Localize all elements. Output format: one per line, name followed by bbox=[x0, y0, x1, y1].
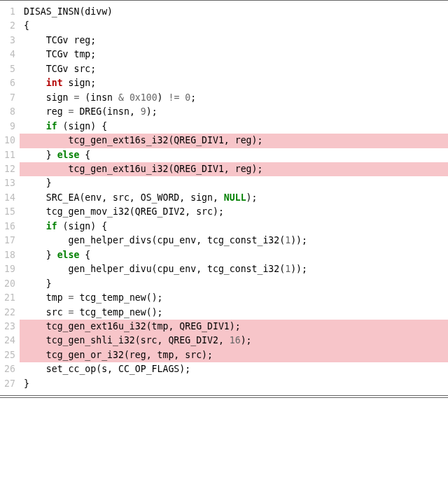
code-line: 13 } bbox=[0, 176, 448, 190]
code-line: 20 } bbox=[0, 277, 448, 291]
code-text: DISAS_INSN(divw) bbox=[20, 5, 448, 19]
highlighted-code: tcg_gen_or_i32(reg, tmp, src); bbox=[20, 348, 448, 362]
code-text: reg = DREG(insn, 9); bbox=[20, 105, 448, 119]
line-number: 7 bbox=[0, 91, 20, 105]
token-kw: else bbox=[57, 150, 80, 160]
code-line: 26 set_cc_op(s, CC_OP_FLAGS); bbox=[0, 362, 448, 376]
code-text: set_cc_op(s, CC_OP_FLAGS); bbox=[20, 362, 448, 376]
highlighted-code: tcg_gen_shli_i32(src, QREG_DIV2, 16); bbox=[20, 334, 448, 348]
code-text: } bbox=[20, 377, 448, 391]
code-line: 22 src = tcg_temp_new(); bbox=[0, 306, 448, 320]
line-number: 22 bbox=[0, 306, 20, 320]
token-op: = bbox=[69, 307, 74, 318]
line-number: 25 bbox=[0, 348, 20, 362]
line-number: 14 bbox=[0, 191, 20, 205]
code-line: 1DISAS_INSN(divw) bbox=[0, 5, 448, 19]
code-line: 2{ bbox=[0, 19, 448, 33]
highlighted-code: tcg_gen_ext16u_i32(tmp, QREG_DIV1); bbox=[20, 320, 448, 334]
token-nullc: NULL bbox=[224, 192, 246, 203]
code-text: } bbox=[20, 277, 448, 291]
token-op: & bbox=[118, 92, 124, 103]
token-op: = bbox=[69, 292, 74, 303]
code-text: TCGv reg; bbox=[20, 34, 448, 48]
code-text: } else { bbox=[20, 248, 448, 262]
line-number: 1 bbox=[0, 5, 20, 19]
line-number: 12 bbox=[0, 162, 20, 176]
token-op: = bbox=[74, 92, 79, 103]
line-number: 21 bbox=[0, 291, 20, 305]
line-number: 6 bbox=[0, 76, 20, 90]
token-op: = bbox=[69, 106, 74, 117]
code-line: 14 SRC_EA(env, src, OS_WORD, sign, NULL)… bbox=[0, 191, 448, 205]
token-num: 1 bbox=[285, 264, 290, 274]
code-line: 10 tcg_gen_ext16s_i32(QREG_DIV1, reg); bbox=[0, 134, 448, 148]
code-line: 15 tcg_gen_mov_i32(QREG_DIV2, src); bbox=[0, 205, 448, 219]
code-line: 27} bbox=[0, 377, 448, 391]
line-number: 27 bbox=[0, 377, 20, 391]
line-number: 20 bbox=[0, 277, 20, 291]
token-kw: if bbox=[46, 221, 57, 232]
code-text: if (sign) { bbox=[20, 120, 448, 134]
code-line: 12 tcg_gen_ext16u_i32(QREG_DIV1, reg); bbox=[0, 162, 448, 176]
code-line: 25 tcg_gen_or_i32(reg, tmp, src); bbox=[0, 348, 448, 362]
line-number: 13 bbox=[0, 176, 20, 190]
code-text: gen_helper_divs(cpu_env, tcg_const_i32(1… bbox=[20, 234, 448, 248]
line-number: 3 bbox=[0, 34, 20, 48]
code-text: TCGv tmp; bbox=[20, 48, 448, 62]
code-line: 8 reg = DREG(insn, 9); bbox=[0, 105, 448, 119]
code-text: { bbox=[20, 19, 448, 33]
code-listing: 1DISAS_INSN(divw)2{3 TCGv reg;4 TCGv tmp… bbox=[0, 0, 448, 396]
line-number: 18 bbox=[0, 248, 20, 262]
line-number: 24 bbox=[0, 334, 20, 348]
bottom-rule bbox=[0, 397, 448, 398]
code-text: gen_helper_divu(cpu_env, tcg_const_i32(1… bbox=[20, 262, 448, 276]
token-kw: if bbox=[46, 121, 57, 131]
code-line: 19 gen_helper_divu(cpu_env, tcg_const_i3… bbox=[0, 262, 448, 276]
token-num: 16 bbox=[230, 335, 241, 346]
line-number: 23 bbox=[0, 320, 20, 334]
code-line: 21 tmp = tcg_temp_new(); bbox=[0, 291, 448, 305]
code-line: 7 sign = (insn & 0x100) != 0; bbox=[0, 91, 448, 105]
code-text: src = tcg_temp_new(); bbox=[20, 306, 448, 320]
token-num: 1 bbox=[285, 235, 290, 245]
code-text: tmp = tcg_temp_new(); bbox=[20, 291, 448, 305]
code-text: if (sign) { bbox=[20, 220, 448, 234]
code-text: } else { bbox=[20, 148, 448, 162]
code-line: 9 if (sign) { bbox=[0, 120, 448, 134]
token-kw: else bbox=[57, 250, 80, 260]
token-intkw: int bbox=[46, 78, 63, 88]
token-num: 0 bbox=[185, 92, 190, 103]
line-number: 5 bbox=[0, 62, 20, 76]
code-line: 11 } else { bbox=[0, 148, 448, 162]
code-text: TCGv src; bbox=[20, 62, 448, 76]
code-line: 24 tcg_gen_shli_i32(src, QREG_DIV2, 16); bbox=[0, 334, 448, 348]
code-line: 16 if (sign) { bbox=[0, 220, 448, 234]
code-line: 4 TCGv tmp; bbox=[0, 48, 448, 62]
line-number: 17 bbox=[0, 234, 20, 248]
highlighted-code: tcg_gen_ext16u_i32(QREG_DIV1, reg); bbox=[20, 162, 448, 176]
token-num: 9 bbox=[141, 106, 146, 117]
line-number: 2 bbox=[0, 19, 20, 33]
line-number: 10 bbox=[0, 134, 20, 148]
highlighted-code: tcg_gen_ext16s_i32(QREG_DIV1, reg); bbox=[20, 134, 448, 148]
code-text: sign = (insn & 0x100) != 0; bbox=[20, 91, 448, 105]
line-number: 4 bbox=[0, 48, 20, 62]
line-number: 19 bbox=[0, 262, 20, 276]
code-line: 18 } else { bbox=[0, 248, 448, 262]
line-number: 11 bbox=[0, 148, 20, 162]
token-op: != bbox=[169, 92, 180, 103]
line-number: 15 bbox=[0, 205, 20, 219]
line-number: 9 bbox=[0, 120, 20, 134]
code-line: 17 gen_helper_divs(cpu_env, tcg_const_i3… bbox=[0, 234, 448, 248]
code-line: 23 tcg_gen_ext16u_i32(tmp, QREG_DIV1); bbox=[0, 320, 448, 334]
code-text: } bbox=[20, 176, 448, 190]
line-number: 16 bbox=[0, 220, 20, 234]
token-num: 0x100 bbox=[130, 92, 158, 103]
line-number: 8 bbox=[0, 105, 20, 119]
code-text: int sign; bbox=[20, 76, 448, 90]
code-line: 6 int sign; bbox=[0, 76, 448, 90]
code-text: SRC_EA(env, src, OS_WORD, sign, NULL); bbox=[20, 191, 448, 205]
code-line: 5 TCGv src; bbox=[0, 62, 448, 76]
code-text: tcg_gen_mov_i32(QREG_DIV2, src); bbox=[20, 205, 448, 219]
line-number: 26 bbox=[0, 362, 20, 376]
